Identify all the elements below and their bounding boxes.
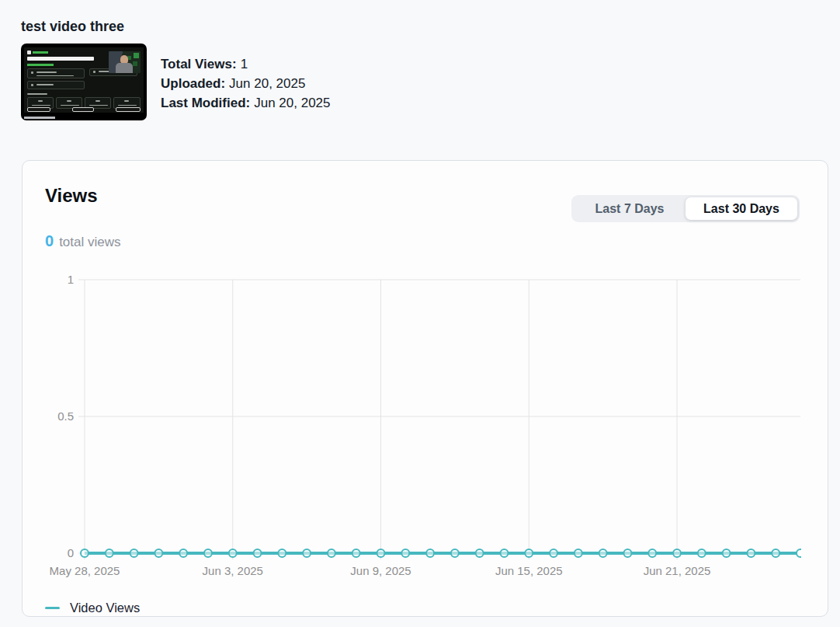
thumbnail-screen (24, 47, 144, 113)
total-views-value: 0 (45, 232, 54, 249)
views-chart[interactable]: 00.51May 28, 2025Jun 3, 2025Jun 9, 2025J… (45, 273, 801, 582)
legend-swatch (45, 607, 60, 609)
views-card-title: Views (45, 186, 98, 206)
video-summary-section: test video three (0, 0, 840, 120)
svg-text:May 28, 2025: May 28, 2025 (50, 564, 120, 577)
last-30-days-button[interactable]: Last 30 Days (686, 197, 797, 220)
meta-uploaded-label: Uploaded: (161, 76, 225, 91)
chart-legend: Video Views (45, 601, 800, 615)
meta-last-modified-value: Jun 20, 2025 (254, 96, 330, 110)
meta-last-modified-label: Last Modified: (161, 96, 250, 110)
meta-last-modified: Last Modified:Jun 20, 2025 (161, 93, 331, 113)
thumbnail-webcam-overlay (109, 51, 141, 73)
views-chart-svg: 00.51May 28, 2025Jun 3, 2025Jun 9, 2025J… (45, 273, 801, 582)
meta-total-views-value: 1 (241, 57, 248, 71)
meta-uploaded: Uploaded:Jun 20, 2025 (161, 74, 331, 93)
svg-text:Jun 3, 2025: Jun 3, 2025 (203, 564, 263, 577)
video-thumbnail (21, 44, 147, 120)
legend-label: Video Views (70, 601, 140, 615)
meta-uploaded-value: Jun 20, 2025 (229, 76, 305, 91)
svg-text:0.5: 0.5 (57, 409, 74, 423)
svg-text:1: 1 (68, 273, 74, 286)
svg-text:Jun 21, 2025: Jun 21, 2025 (644, 564, 711, 577)
page-title: test video three (21, 19, 840, 35)
meta-total-views-label: Total Views: (161, 57, 237, 71)
views-card: Views Last 7 Days Last 30 Days 0total vi… (22, 160, 828, 617)
last-7-days-button[interactable]: Last 7 Days (574, 197, 686, 220)
meta-total-views: Total Views:1 (161, 54, 331, 74)
svg-text:0: 0 (68, 546, 74, 559)
video-meta: Total Views:1 Uploaded:Jun 20, 2025 Last… (161, 54, 331, 113)
svg-text:Jun 15, 2025: Jun 15, 2025 (495, 564, 563, 577)
svg-text:Jun 9, 2025: Jun 9, 2025 (350, 564, 411, 577)
total-views-summary: 0total views (45, 232, 800, 250)
total-views-label: total views (59, 235, 120, 249)
date-range-toggle: Last 7 Days Last 30 Days (571, 195, 800, 222)
